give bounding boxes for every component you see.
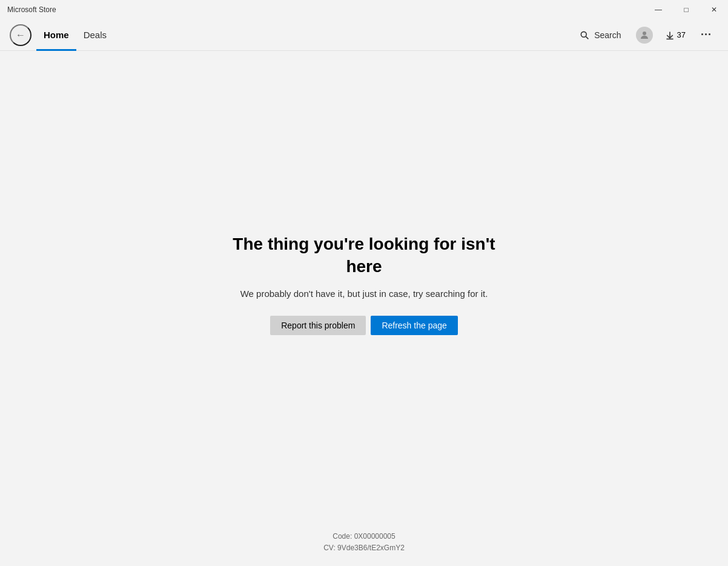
main-content: The thing you're looking for isn't here … xyxy=(0,51,728,566)
minimize-button[interactable]: — xyxy=(644,0,672,19)
error-actions: Report this problem Refresh the page xyxy=(270,316,458,335)
user-button[interactable] xyxy=(632,23,657,47)
error-codes: Code: 0X00000005 CV: 9Vde3B6/tE2xGmY2 xyxy=(323,531,405,554)
nav-right: Search 37 ··· xyxy=(571,23,718,47)
back-button[interactable]: ← xyxy=(10,24,31,46)
avatar xyxy=(636,27,653,44)
refresh-page-button[interactable]: Refresh the page xyxy=(371,316,457,335)
navbar: ← Home Deals Search xyxy=(0,19,728,51)
more-button[interactable]: ··· xyxy=(694,23,718,47)
error-title: The thing you're looking for isn't here xyxy=(213,233,515,278)
report-problem-button[interactable]: Report this problem xyxy=(270,316,366,335)
svg-point-2 xyxy=(643,32,646,35)
user-icon xyxy=(639,30,650,41)
window-controls: — □ ✕ xyxy=(644,0,728,19)
search-button[interactable]: Search xyxy=(571,27,629,44)
nav-home[interactable]: Home xyxy=(36,19,76,51)
nav-deals[interactable]: Deals xyxy=(76,19,114,51)
downloads-button[interactable]: 37 xyxy=(659,27,692,44)
svg-line-1 xyxy=(586,36,589,39)
search-icon xyxy=(580,30,589,40)
close-button[interactable]: ✕ xyxy=(700,0,728,19)
error-container: The thing you're looking for isn't here … xyxy=(213,233,515,335)
back-icon: ← xyxy=(16,30,25,41)
error-cv: CV: 9Vde3B6/tE2xGmY2 xyxy=(323,542,405,554)
more-icon: ··· xyxy=(701,28,712,41)
app-title: Microsoft Store xyxy=(7,5,56,14)
nav-links: Home Deals xyxy=(36,19,114,51)
titlebar: Microsoft Store — □ ✕ xyxy=(0,0,728,19)
download-count: 37 xyxy=(677,30,686,39)
error-code: Code: 0X00000005 xyxy=(323,531,405,542)
error-subtitle: We probably don't have it, but just in c… xyxy=(240,287,488,301)
download-icon xyxy=(665,30,675,40)
maximize-button[interactable]: □ xyxy=(672,0,700,19)
svg-point-0 xyxy=(581,32,587,37)
